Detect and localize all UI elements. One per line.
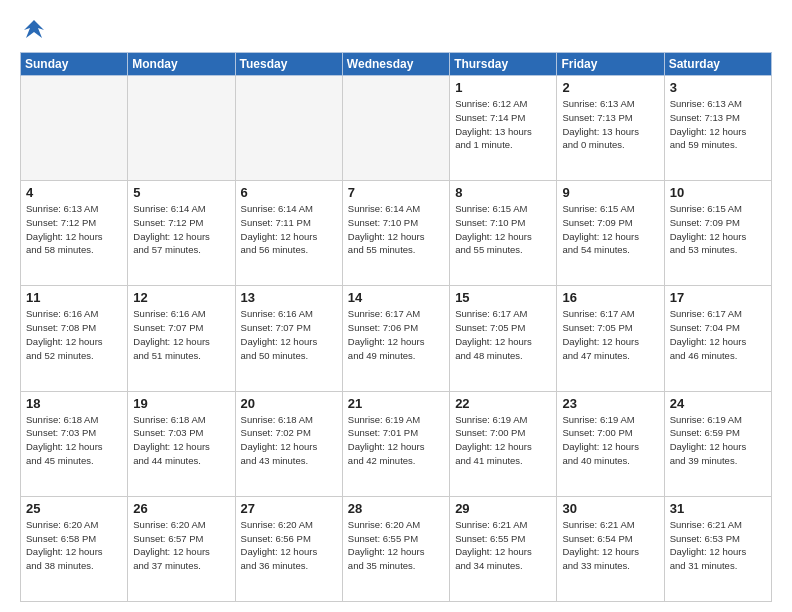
day-header-monday: Monday <box>128 53 235 76</box>
day-number: 24 <box>670 396 766 411</box>
day-cell-21: 21Sunrise: 6:19 AMSunset: 7:01 PMDayligh… <box>342 391 449 496</box>
day-number: 27 <box>241 501 337 516</box>
week-row-3: 11Sunrise: 6:16 AMSunset: 7:08 PMDayligh… <box>21 286 772 391</box>
day-number: 30 <box>562 501 658 516</box>
day-header-wednesday: Wednesday <box>342 53 449 76</box>
day-info: Sunrise: 6:20 AMSunset: 6:57 PMDaylight:… <box>133 518 229 573</box>
day-header-friday: Friday <box>557 53 664 76</box>
day-cell-13: 13Sunrise: 6:16 AMSunset: 7:07 PMDayligh… <box>235 286 342 391</box>
day-number: 26 <box>133 501 229 516</box>
day-cell-25: 25Sunrise: 6:20 AMSunset: 6:58 PMDayligh… <box>21 496 128 601</box>
logo-bird-icon <box>20 16 48 44</box>
day-number: 29 <box>455 501 551 516</box>
day-cell-8: 8Sunrise: 6:15 AMSunset: 7:10 PMDaylight… <box>450 181 557 286</box>
svg-marker-0 <box>24 20 44 38</box>
day-cell-2: 2Sunrise: 6:13 AMSunset: 7:13 PMDaylight… <box>557 76 664 181</box>
day-info: Sunrise: 6:20 AMSunset: 6:55 PMDaylight:… <box>348 518 444 573</box>
empty-cell <box>342 76 449 181</box>
day-cell-7: 7Sunrise: 6:14 AMSunset: 7:10 PMDaylight… <box>342 181 449 286</box>
day-cell-5: 5Sunrise: 6:14 AMSunset: 7:12 PMDaylight… <box>128 181 235 286</box>
day-info: Sunrise: 6:21 AMSunset: 6:54 PMDaylight:… <box>562 518 658 573</box>
day-cell-6: 6Sunrise: 6:14 AMSunset: 7:11 PMDaylight… <box>235 181 342 286</box>
day-info: Sunrise: 6:19 AMSunset: 6:59 PMDaylight:… <box>670 413 766 468</box>
day-cell-22: 22Sunrise: 6:19 AMSunset: 7:00 PMDayligh… <box>450 391 557 496</box>
day-number: 25 <box>26 501 122 516</box>
day-info: Sunrise: 6:14 AMSunset: 7:10 PMDaylight:… <box>348 202 444 257</box>
day-number: 6 <box>241 185 337 200</box>
day-number: 7 <box>348 185 444 200</box>
day-header-row: SundayMondayTuesdayWednesdayThursdayFrid… <box>21 53 772 76</box>
day-cell-29: 29Sunrise: 6:21 AMSunset: 6:55 PMDayligh… <box>450 496 557 601</box>
week-row-5: 25Sunrise: 6:20 AMSunset: 6:58 PMDayligh… <box>21 496 772 601</box>
day-info: Sunrise: 6:20 AMSunset: 6:56 PMDaylight:… <box>241 518 337 573</box>
day-cell-24: 24Sunrise: 6:19 AMSunset: 6:59 PMDayligh… <box>664 391 771 496</box>
day-info: Sunrise: 6:17 AMSunset: 7:05 PMDaylight:… <box>562 307 658 362</box>
day-info: Sunrise: 6:18 AMSunset: 7:03 PMDaylight:… <box>133 413 229 468</box>
day-info: Sunrise: 6:15 AMSunset: 7:09 PMDaylight:… <box>670 202 766 257</box>
day-number: 5 <box>133 185 229 200</box>
calendar-table: SundayMondayTuesdayWednesdayThursdayFrid… <box>20 52 772 602</box>
day-header-sunday: Sunday <box>21 53 128 76</box>
day-info: Sunrise: 6:18 AMSunset: 7:02 PMDaylight:… <box>241 413 337 468</box>
logo <box>20 16 52 44</box>
day-header-saturday: Saturday <box>664 53 771 76</box>
day-cell-14: 14Sunrise: 6:17 AMSunset: 7:06 PMDayligh… <box>342 286 449 391</box>
day-info: Sunrise: 6:21 AMSunset: 6:55 PMDaylight:… <box>455 518 551 573</box>
day-number: 1 <box>455 80 551 95</box>
day-info: Sunrise: 6:17 AMSunset: 7:04 PMDaylight:… <box>670 307 766 362</box>
day-cell-18: 18Sunrise: 6:18 AMSunset: 7:03 PMDayligh… <box>21 391 128 496</box>
day-number: 21 <box>348 396 444 411</box>
day-info: Sunrise: 6:13 AMSunset: 7:12 PMDaylight:… <box>26 202 122 257</box>
day-cell-19: 19Sunrise: 6:18 AMSunset: 7:03 PMDayligh… <box>128 391 235 496</box>
day-info: Sunrise: 6:15 AMSunset: 7:09 PMDaylight:… <box>562 202 658 257</box>
day-cell-10: 10Sunrise: 6:15 AMSunset: 7:09 PMDayligh… <box>664 181 771 286</box>
week-row-4: 18Sunrise: 6:18 AMSunset: 7:03 PMDayligh… <box>21 391 772 496</box>
day-info: Sunrise: 6:21 AMSunset: 6:53 PMDaylight:… <box>670 518 766 573</box>
day-cell-1: 1Sunrise: 6:12 AMSunset: 7:14 PMDaylight… <box>450 76 557 181</box>
day-cell-12: 12Sunrise: 6:16 AMSunset: 7:07 PMDayligh… <box>128 286 235 391</box>
day-info: Sunrise: 6:16 AMSunset: 7:08 PMDaylight:… <box>26 307 122 362</box>
day-number: 12 <box>133 290 229 305</box>
day-header-tuesday: Tuesday <box>235 53 342 76</box>
day-cell-26: 26Sunrise: 6:20 AMSunset: 6:57 PMDayligh… <box>128 496 235 601</box>
day-number: 15 <box>455 290 551 305</box>
empty-cell <box>235 76 342 181</box>
day-number: 14 <box>348 290 444 305</box>
day-cell-27: 27Sunrise: 6:20 AMSunset: 6:56 PMDayligh… <box>235 496 342 601</box>
day-number: 23 <box>562 396 658 411</box>
day-number: 3 <box>670 80 766 95</box>
day-info: Sunrise: 6:17 AMSunset: 7:06 PMDaylight:… <box>348 307 444 362</box>
day-info: Sunrise: 6:13 AMSunset: 7:13 PMDaylight:… <box>562 97 658 152</box>
day-info: Sunrise: 6:20 AMSunset: 6:58 PMDaylight:… <box>26 518 122 573</box>
day-number: 13 <box>241 290 337 305</box>
day-number: 10 <box>670 185 766 200</box>
day-info: Sunrise: 6:13 AMSunset: 7:13 PMDaylight:… <box>670 97 766 152</box>
day-info: Sunrise: 6:18 AMSunset: 7:03 PMDaylight:… <box>26 413 122 468</box>
day-cell-15: 15Sunrise: 6:17 AMSunset: 7:05 PMDayligh… <box>450 286 557 391</box>
day-cell-16: 16Sunrise: 6:17 AMSunset: 7:05 PMDayligh… <box>557 286 664 391</box>
day-info: Sunrise: 6:19 AMSunset: 7:00 PMDaylight:… <box>562 413 658 468</box>
day-cell-11: 11Sunrise: 6:16 AMSunset: 7:08 PMDayligh… <box>21 286 128 391</box>
day-number: 19 <box>133 396 229 411</box>
day-number: 8 <box>455 185 551 200</box>
day-number: 20 <box>241 396 337 411</box>
day-cell-23: 23Sunrise: 6:19 AMSunset: 7:00 PMDayligh… <box>557 391 664 496</box>
day-number: 2 <box>562 80 658 95</box>
day-info: Sunrise: 6:12 AMSunset: 7:14 PMDaylight:… <box>455 97 551 152</box>
week-row-1: 1Sunrise: 6:12 AMSunset: 7:14 PMDaylight… <box>21 76 772 181</box>
day-number: 18 <box>26 396 122 411</box>
day-info: Sunrise: 6:19 AMSunset: 7:01 PMDaylight:… <box>348 413 444 468</box>
day-info: Sunrise: 6:19 AMSunset: 7:00 PMDaylight:… <box>455 413 551 468</box>
day-number: 16 <box>562 290 658 305</box>
day-number: 31 <box>670 501 766 516</box>
day-info: Sunrise: 6:15 AMSunset: 7:10 PMDaylight:… <box>455 202 551 257</box>
day-cell-20: 20Sunrise: 6:18 AMSunset: 7:02 PMDayligh… <box>235 391 342 496</box>
day-cell-31: 31Sunrise: 6:21 AMSunset: 6:53 PMDayligh… <box>664 496 771 601</box>
week-row-2: 4Sunrise: 6:13 AMSunset: 7:12 PMDaylight… <box>21 181 772 286</box>
day-number: 17 <box>670 290 766 305</box>
empty-cell <box>21 76 128 181</box>
day-info: Sunrise: 6:14 AMSunset: 7:11 PMDaylight:… <box>241 202 337 257</box>
day-info: Sunrise: 6:16 AMSunset: 7:07 PMDaylight:… <box>133 307 229 362</box>
day-number: 22 <box>455 396 551 411</box>
day-number: 4 <box>26 185 122 200</box>
